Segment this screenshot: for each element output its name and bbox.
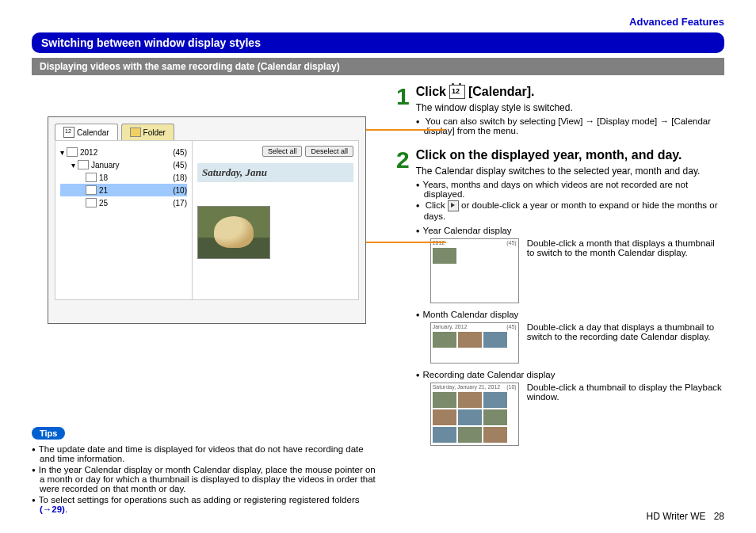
page-footer: HD Writer WE 28 [647,511,724,522]
display-description: Double-click a thumbnail to display the … [527,383,724,446]
tab-folder[interactable]: Folder [121,124,174,140]
month-display-row: January, 2012(45) Double-click a day tha… [430,322,724,364]
day-icon [86,173,97,182]
tree-day-selected[interactable]: 21 (10) [60,184,187,196]
display-mode-label: Month Calendar display [416,310,724,319]
step-bullet: Click or double-click a year or month to… [416,200,724,221]
display-description: Double-click a day that displays a thumb… [527,322,724,364]
step-1: 1 Click [Calendar]. The window display s… [396,85,724,137]
tip-item: To select settings for operations such a… [32,495,380,514]
tree-day[interactable]: 25 (17) [60,196,187,209]
year-calendar-preview: 2012(45) [430,238,519,303]
tip-item: The update date and time is displayed fo… [32,444,380,463]
step-number: 2 [396,148,410,452]
page: Advanced Features Switching between wind… [0,0,756,533]
tree-month[interactable]: ▾ January (45) [60,158,187,171]
tab-calendar[interactable]: Calendar [55,124,118,140]
page-ref-link[interactable]: (→29) [40,504,65,514]
display-description: Double-click a month that displays a thu… [527,238,724,303]
year-display-row: 2012(45) Double-click a month that displ… [430,238,724,303]
section-link[interactable]: Advanced Features [32,16,724,28]
app-screenshot: Calendar Folder ▾ 2012 (45) ▾ [48,116,366,324]
step-2: 2 Click on the displayed year, month, an… [396,148,724,452]
step-title: Click [Calendar]. [416,85,724,99]
year-icon [67,147,78,157]
tip-item: In the year Calendar display or month Ca… [32,465,380,493]
step-bullet: You can also switch by selecting [View] … [416,116,724,135]
folder-icon [130,128,141,137]
tab-label: Calendar [77,128,109,137]
display-mode-label: Recording date Calendar display [416,370,724,379]
step-title: Click on the displayed year, month, and … [416,148,724,162]
calendar-icon [63,127,74,138]
calendar-tree: ▾ 2012 (45) ▾ January (45) 18 (18) [55,141,193,299]
step-body: The window display style is switched. [416,102,724,113]
day-icon [86,198,97,207]
recording-calendar-preview: Saturday, January 21, 2012(10) [430,383,519,446]
subsection-bar: Displaying videos with the same recordin… [32,58,724,75]
tips-section: Tips The update date and time is display… [32,427,380,514]
recording-display-row: Saturday, January 21, 2012(10) Double-cl… [430,383,724,446]
video-thumbnail[interactable] [197,206,270,259]
tab-label: Folder [143,128,166,137]
date-heading: Saturday, Janu [197,163,353,182]
thumbnail-pane: Select all Deselect all Saturday, Janu [193,141,358,299]
expand-icon [448,200,459,211]
left-column: Calendar Folder ▾ 2012 (45) ▾ [32,85,380,516]
step-bullet: Years, months and days on which videos a… [416,180,724,199]
month-calendar-preview: January, 2012(45) [430,322,519,364]
select-all-button[interactable]: Select all [262,146,303,157]
right-column: 1 Click [Calendar]. The window display s… [396,85,724,516]
tree-day[interactable]: 18 (18) [60,171,187,184]
tree-year[interactable]: ▾ 2012 (45) [60,146,187,158]
deselect-all-button[interactable]: Deselect all [305,146,353,157]
display-mode-label: Year Calendar display [416,226,724,235]
step-body: The Calendar display switches to the sel… [416,166,724,177]
page-title-bar: Switching between window display styles [32,32,724,53]
month-icon [78,160,89,169]
calendar-icon [449,85,465,99]
day-icon [86,185,97,195]
tips-badge: Tips [32,427,65,440]
